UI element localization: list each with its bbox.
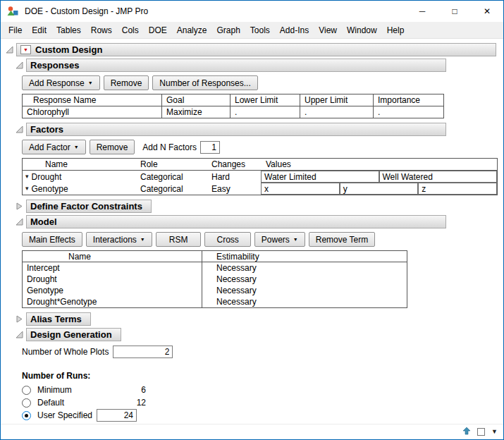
powers-label: Powers xyxy=(262,235,290,245)
factor-role[interactable]: Categorical xyxy=(132,184,204,194)
user-specified-label[interactable]: User Specified xyxy=(37,410,92,420)
response-lower-limit-cell[interactable]: . xyxy=(231,106,300,118)
scroll-to-top-icon[interactable] xyxy=(462,427,471,437)
factor-value-cell[interactable]: Water Limited xyxy=(261,171,379,183)
maximize-icon[interactable]: □ xyxy=(438,1,471,22)
user-specified-input[interactable] xyxy=(97,409,137,422)
window-controls: ─ □ ✕ xyxy=(406,1,503,22)
factor-changes[interactable]: Hard xyxy=(204,172,261,182)
constraints-header: Define Factor Constraints xyxy=(15,200,499,213)
disclosure-closed-icon[interactable] xyxy=(15,315,24,323)
remove-factor-button[interactable]: Remove xyxy=(90,140,135,154)
dropdown-arrow-icon: ▼ xyxy=(74,145,79,149)
term-name[interactable]: Drought*Genotype xyxy=(23,296,202,307)
response-importance-cell[interactable]: . xyxy=(374,106,444,118)
powers-button[interactable]: Powers ▼ xyxy=(254,232,305,247)
response-name-cell[interactable]: Chlorophyll xyxy=(23,106,162,118)
menu-analyze[interactable]: Analyze xyxy=(172,23,212,37)
remove-term-button[interactable]: Remove Term xyxy=(309,232,375,247)
interactions-label: Interactions xyxy=(93,235,137,245)
menu-help[interactable]: Help xyxy=(382,23,410,37)
minimum-label[interactable]: Minimum xyxy=(37,385,72,395)
whole-plots-row: Number of Whole Plots xyxy=(22,346,499,358)
col-header-response-name: Response Name xyxy=(23,94,162,106)
factor-type-icon[interactable]: ▾ xyxy=(25,185,29,192)
term-name[interactable]: Drought xyxy=(23,274,202,285)
interactions-button[interactable]: Interactions ▼ xyxy=(86,232,152,247)
add-n-factors-input[interactable] xyxy=(200,141,220,154)
factor-value-cell[interactable]: z xyxy=(418,183,497,195)
number-of-responses-button[interactable]: Number of Responses... xyxy=(152,75,257,90)
col-header-estimability: Estimability xyxy=(202,252,407,262)
menu-cols[interactable]: Cols xyxy=(117,23,144,37)
factor-value-cell[interactable]: y xyxy=(340,183,419,195)
minimum-value: 6 xyxy=(141,385,150,395)
disclosure-open-icon[interactable] xyxy=(15,331,24,338)
term-name[interactable]: Intercept xyxy=(23,262,202,274)
status-checkbox-icon[interactable] xyxy=(477,428,485,436)
menu-view[interactable]: View xyxy=(314,23,342,37)
page-title: Custom Design xyxy=(35,44,102,55)
menu-doe[interactable]: DOE xyxy=(144,23,172,37)
factor-changes[interactable]: Easy xyxy=(204,184,261,194)
factor-value-cell[interactable]: Well Watered xyxy=(379,171,498,183)
add-response-button[interactable]: Add Response ▼ xyxy=(22,75,100,90)
responses-title: Responses xyxy=(30,60,79,71)
menu-graph[interactable]: Graph xyxy=(211,23,245,37)
minimize-icon[interactable]: ─ xyxy=(406,1,438,22)
menu-window[interactable]: Window xyxy=(342,23,382,37)
factor-name[interactable]: Drought xyxy=(32,172,62,182)
red-triangle-menu-icon[interactable]: ▼ xyxy=(20,45,31,54)
factors-title-bar: Factors xyxy=(26,123,446,136)
disclosure-open-icon[interactable] xyxy=(15,61,24,69)
constraints-title: Define Factor Constraints xyxy=(30,201,142,212)
factor-role[interactable]: Categorical xyxy=(132,172,204,182)
alias-terms-title-bar: Alias Terms xyxy=(26,312,91,326)
menu-edit[interactable]: Edit xyxy=(27,23,51,37)
disclosure-closed-icon[interactable] xyxy=(15,202,24,210)
model-term-row: Drought*Genotype Necessary xyxy=(23,296,407,307)
whole-plots-input[interactable] xyxy=(113,346,173,358)
factor-value-cell[interactable]: x xyxy=(261,183,340,195)
response-upper-limit-cell[interactable]: . xyxy=(300,106,374,118)
term-estimability[interactable]: Necessary xyxy=(202,286,407,295)
menu-add-ins[interactable]: Add-Ins xyxy=(275,23,314,37)
term-estimability[interactable]: Necessary xyxy=(202,274,407,284)
term-estimability[interactable]: Necessary xyxy=(202,263,407,273)
rsm-button[interactable]: RSM xyxy=(156,232,202,247)
term-estimability[interactable]: Necessary xyxy=(202,297,407,307)
disclosure-open-icon[interactable] xyxy=(5,46,14,54)
factor-type-icon[interactable]: ▾ xyxy=(25,173,29,180)
number-of-runs-label: Number of Runs: xyxy=(22,371,499,381)
menu-tools[interactable]: Tools xyxy=(245,23,275,37)
disclosure-open-icon[interactable] xyxy=(15,126,24,133)
runs-option-minimum: Minimum 6 xyxy=(22,384,150,396)
term-name[interactable]: Genotype xyxy=(23,285,202,296)
menu-rows[interactable]: Rows xyxy=(86,23,117,37)
user-specified-radio[interactable] xyxy=(22,411,31,420)
default-radio[interactable] xyxy=(22,398,31,408)
remove-response-button[interactable]: Remove xyxy=(104,75,149,90)
menu-file[interactable]: File xyxy=(4,23,27,37)
model-header-row: Name Estimability xyxy=(23,251,407,262)
status-dropdown-icon[interactable]: ▼ xyxy=(491,429,498,435)
cross-button[interactable]: Cross xyxy=(204,232,250,247)
dropdown-arrow-icon: ▼ xyxy=(140,237,145,242)
col-header-goal: Goal xyxy=(162,94,231,106)
design-generation-title: Design Generation xyxy=(30,329,112,340)
factors-buttons: Add Factor ▼ Remove Add N Factors xyxy=(22,140,499,154)
main-effects-button[interactable]: Main Effects xyxy=(22,232,82,247)
disclosure-open-icon[interactable] xyxy=(15,218,24,226)
dropdown-arrow-icon: ▼ xyxy=(88,80,93,85)
factor-name[interactable]: Genotype xyxy=(32,184,68,194)
runs-option-user-specified: User Specified xyxy=(22,409,499,422)
close-icon[interactable]: ✕ xyxy=(471,1,503,22)
response-goal-cell[interactable]: Maximize xyxy=(162,106,231,118)
add-factor-button[interactable]: Add Factor ▼ xyxy=(22,140,86,154)
minimum-radio[interactable] xyxy=(22,386,31,395)
menu-tables[interactable]: Tables xyxy=(51,23,86,37)
model-title-bar: Model xyxy=(26,215,446,228)
statusbar: ▼ xyxy=(1,424,503,439)
default-label[interactable]: Default xyxy=(37,398,64,408)
add-factor-label: Add Factor xyxy=(29,142,70,152)
